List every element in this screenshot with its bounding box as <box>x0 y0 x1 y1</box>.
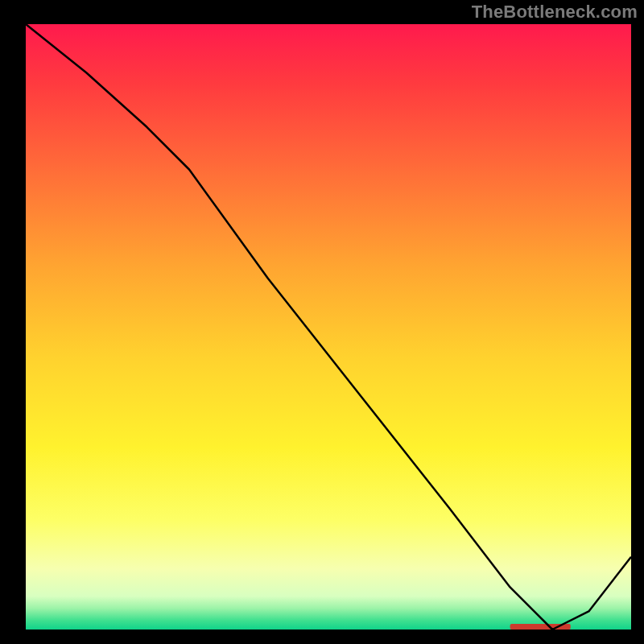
chart-stage: { "watermark": "TheBottleneck.com", "cha… <box>0 0 644 644</box>
plot-background <box>26 24 631 630</box>
bottleneck-chart <box>0 0 644 644</box>
